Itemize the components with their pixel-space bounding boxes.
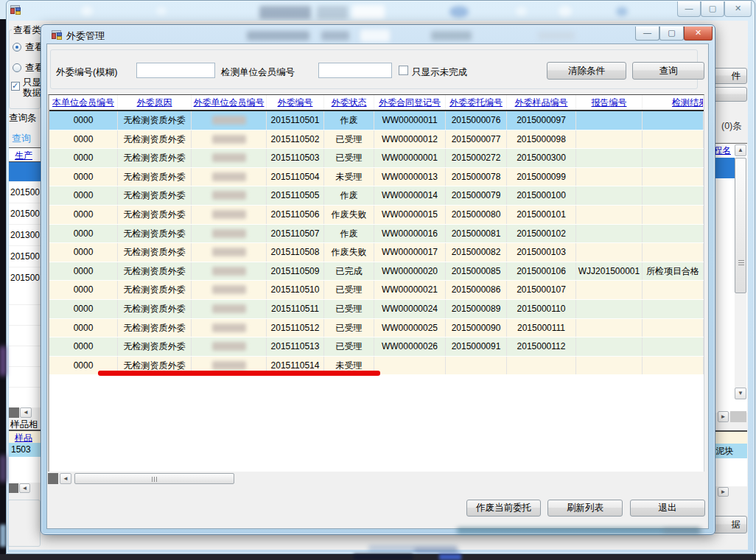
column-header[interactable]: 外委单位会员编号 (192, 95, 267, 110)
cell: 无检测资质外委 (118, 319, 192, 337)
cell (643, 337, 704, 356)
cell: WW00000017 (374, 243, 446, 262)
cell: 2015110508 (267, 243, 324, 262)
table-row[interactable]: 0000无检测资质外委2015110504未受理WW00000013201500… (49, 168, 704, 187)
cell: 无检测资质外委 (118, 281, 192, 299)
table-row[interactable]: 0000无检测资质外委2015110513已受理WW00000026201500… (49, 337, 704, 357)
column-header[interactable]: 外委状态 (324, 95, 374, 110)
column-header[interactable]: 本单位会员编号 (49, 95, 118, 110)
cell (643, 168, 704, 186)
cell (576, 281, 643, 299)
cell: WW00000020 (374, 262, 446, 281)
maximize-icon: ▢ (668, 28, 675, 37)
cell: WW00000025 (374, 319, 446, 337)
dialog-title: 外委管理 (66, 29, 105, 43)
cell: 2015000097 (507, 111, 576, 130)
cell: 0000 (49, 281, 118, 299)
table-row[interactable]: 0000无检测资质外委2015110511已受理WW00000024201500… (49, 300, 704, 319)
cell: WW00000021 (374, 281, 446, 299)
cell: 无检测资质外委 (118, 149, 192, 167)
table-row[interactable]: 0000无检测资质外委2015110507作废WW000000162015000… (49, 225, 704, 244)
cell: 2015000077 (446, 130, 507, 149)
column-header[interactable]: 报告编号 (576, 95, 643, 110)
refresh-list-button[interactable]: 刷新列表 (547, 500, 623, 517)
cell: 作废失败 (324, 243, 374, 262)
table-row[interactable]: 0000无检测资质外委2015110502已受理WW00000012201500… (49, 130, 704, 150)
cell (576, 149, 643, 167)
cell (192, 168, 267, 186)
cell (643, 206, 704, 224)
outsourcing-no-input[interactable] (136, 63, 215, 78)
cell: 2015110512 (267, 319, 324, 337)
dialog-minimize-button[interactable]: — (635, 27, 659, 41)
table-row[interactable]: 0000无检测资质外委2015110512已受理WW00000025201500… (49, 319, 704, 338)
red-annotation-line (98, 371, 380, 376)
cell (576, 168, 643, 186)
table-row[interactable]: 0000无检测资质外委2015110509已完成WW00000020201500… (49, 262, 704, 281)
cell: 2015110504 (267, 168, 324, 186)
screen: — ▢ ✕ 查看类 查看 查看 ✓ 只显 数据 查询条 查询 生产 201500… (0, 0, 756, 560)
blurred-decoration (354, 554, 413, 560)
column-header[interactable]: 外委委托编号 (446, 95, 507, 110)
query-button[interactable]: 查询 (632, 62, 704, 80)
exit-button[interactable]: 退出 (630, 500, 705, 517)
cell (507, 357, 576, 375)
background-strip-left (0, 19, 6, 560)
table-row[interactable]: 0000无检测资质外委2015110508作废失败WW0000001720150… (49, 243, 704, 262)
redacted-value (212, 304, 246, 313)
cell: 2015000101 (507, 206, 576, 224)
cell: 0000 (49, 243, 118, 262)
table-row[interactable]: 0000无检测资质外委2015110503已受理WW00000001201500… (49, 149, 704, 168)
left-arrow-icon: ◄ (63, 475, 69, 482)
column-header[interactable]: 外委合同登记号 (374, 95, 446, 110)
cell: 2015110505 (267, 186, 324, 205)
redacted-value (212, 229, 246, 238)
cell (643, 130, 704, 149)
dialog-maximize-button[interactable]: ▢ (659, 27, 684, 41)
cell (192, 225, 267, 243)
cell: 无检测资质外委 (118, 186, 192, 205)
cell: 0000 (49, 130, 118, 149)
cell: 0000 (49, 300, 118, 318)
cell: 2015000300 (507, 149, 576, 167)
cell (192, 281, 267, 299)
left-arrow-button[interactable]: ◄ (60, 473, 71, 484)
blurred-decoration (538, 32, 575, 40)
column-header[interactable]: 外委编号 (267, 95, 324, 110)
table-row[interactable]: 0000无检测资质外委2015110506作废失败WW0000001520150… (49, 206, 704, 225)
cell (192, 206, 267, 224)
column-header[interactable]: 外委样品编号 (507, 95, 576, 110)
cell (192, 243, 267, 262)
cell: 0000 (49, 319, 118, 337)
table-row[interactable]: 0000无检测资质外委2015110501作废WW000000112015000… (49, 111, 704, 130)
cell: 已受理 (324, 300, 374, 318)
blurred-decoration (360, 29, 390, 42)
test-unit-member-no-input[interactable] (318, 63, 392, 78)
blurred-decoration (0, 346, 6, 376)
cell: 2015000112 (507, 337, 576, 356)
cell: 2015000103 (507, 243, 576, 262)
cell (192, 111, 267, 130)
horizontal-scrollbar-thumb[interactable] (74, 473, 234, 484)
void-current-entrust-button[interactable]: 作废当前委托 (466, 500, 541, 517)
dialog-form-icon (51, 29, 63, 41)
cell: WW00000011 (374, 111, 446, 130)
cell (576, 300, 643, 318)
table-row[interactable]: 0000无检测资质外委2015110510已受理WW00000021201500… (49, 281, 704, 300)
cell (643, 357, 704, 375)
dialog-layer: 外委管理 — ▢ ✕ 外委编号(模糊) 检测单位会员编号 ✓ 只显示未完成 清除… (0, 0, 756, 560)
cell: 已完成 (324, 262, 374, 281)
column-header[interactable]: 检测结果摘要 (643, 95, 704, 110)
redacted-value (212, 153, 246, 162)
clear-conditions-button[interactable]: 清除条件 (547, 62, 626, 80)
dialog-close-button[interactable]: ✕ (684, 27, 713, 41)
test-unit-member-no-label: 检测单位会员编号 (221, 66, 295, 79)
redacted-value (212, 116, 246, 125)
cell: 作废失败 (324, 206, 374, 224)
cell: 作废 (324, 186, 374, 205)
table-row[interactable]: 0000无检测资质外委2015110505作废WW000000142015000… (49, 186, 704, 206)
show-unfinished-checkbox[interactable]: ✓ (399, 66, 408, 75)
column-header[interactable]: 外委原因 (118, 95, 192, 110)
cell (192, 319, 267, 337)
cell: 2015000085 (446, 262, 507, 281)
